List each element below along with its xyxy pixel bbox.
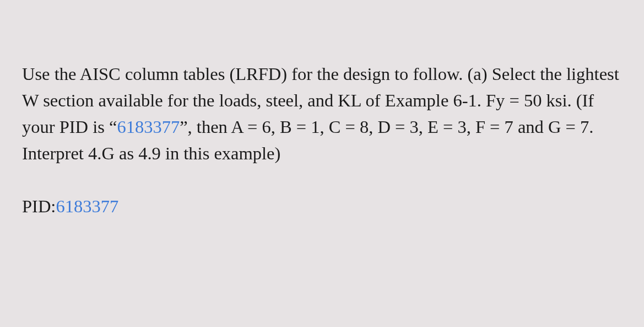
pid-line: PID:6183377	[22, 193, 622, 219]
pid-label: PID:	[22, 196, 56, 216]
problem-statement: Use the AISC column tables (LRFD) for th…	[22, 61, 622, 167]
document-page: Use the AISC column tables (LRFD) for th…	[0, 0, 644, 327]
pid-value-link[interactable]: 6183377	[56, 196, 118, 216]
pid-inline-link[interactable]: 6183377	[117, 117, 180, 137]
